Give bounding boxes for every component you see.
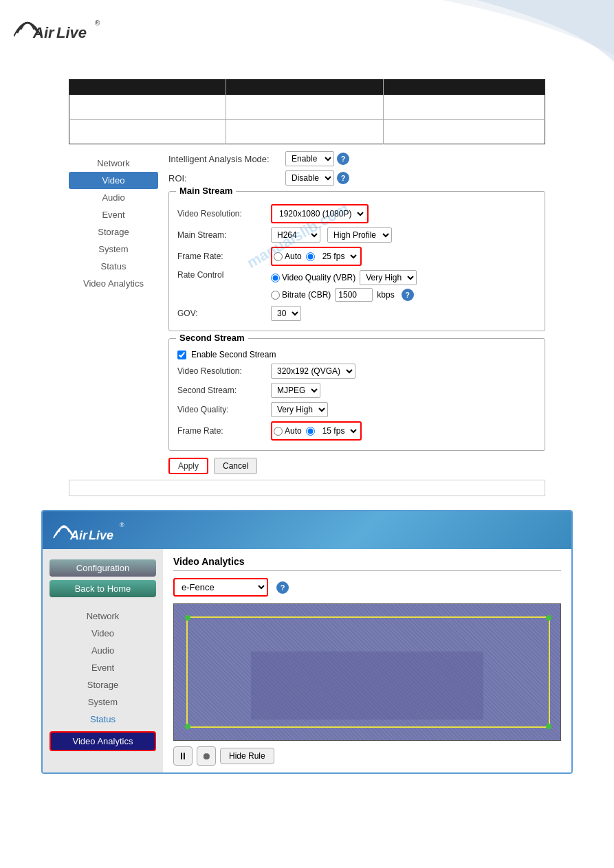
apply-button[interactable]: Apply (168, 458, 208, 474)
second-frame-rate-fps-radio[interactable] (306, 427, 315, 436)
configuration-button[interactable]: Configuration (50, 559, 156, 577)
sidebar-item-audio[interactable]: Audio (69, 189, 158, 206)
bottom-sidebar-audio[interactable]: Audio (43, 642, 163, 659)
bottom-sidebar-network[interactable]: Network (43, 608, 163, 625)
second-frame-rate-auto-label[interactable]: Auto (274, 426, 302, 436)
main-stream-profile-select[interactable]: High Profile Main Profile Baseline (327, 227, 392, 243)
fence-corner-tr (546, 615, 551, 621)
bottom-sidebar-status[interactable]: Status (43, 711, 163, 728)
main-stream-codec-select[interactable]: H264 H265 MJPEG (271, 227, 320, 243)
enable-second-stream-label[interactable]: Enable Second Stream (177, 350, 276, 359)
intelligent-analysis-row: Intelligent Analysis Mode: Enable Disabl… (168, 151, 545, 166)
sidebar-item-video-analytics[interactable]: Video Analytics (69, 275, 158, 292)
airlive-logo: Air Live ® (14, 10, 103, 48)
page-bar (69, 480, 545, 496)
fence-corner-br (546, 724, 551, 729)
video-resolution-label: Video Resolution: (177, 209, 267, 219)
nav-cell-1-2 (226, 95, 383, 120)
bitrate-help-icon[interactable]: ? (402, 289, 414, 301)
sidebar-item-event[interactable]: Event (69, 206, 158, 223)
bitrate-input[interactable] (335, 288, 373, 302)
second-frame-rate-fps-select[interactable]: 15 fps 10 fps 25 fps (317, 424, 359, 438)
fence-corner-bl (185, 724, 190, 729)
sidebar-item-status[interactable]: Status (69, 258, 158, 275)
frame-rate-row: Frame Rate: Auto 25 fps 15 fps 10 fps (177, 247, 536, 266)
second-stream-type-label: Second Stream: (177, 386, 267, 395)
intelligent-analysis-select[interactable]: Enable Disable (285, 151, 334, 166)
second-video-resolution-select[interactable]: 320x192 (QVGA) 640x480 (VGA) (271, 364, 355, 379)
video-resolution-wrapper: 1920x1080 (1080P) 1280x720 (720P) (271, 204, 369, 223)
header-swoosh (339, 0, 614, 76)
bottom-sidebar-video-analytics[interactable]: Video Analytics (50, 731, 156, 751)
va-help-icon[interactable]: ? (276, 581, 289, 594)
gov-label: GOV: (177, 309, 267, 318)
second-frame-rate-wrapper: Auto 15 fps 10 fps 25 fps (271, 421, 362, 441)
intelligent-analysis-label: Intelligent Analysis Mode: (168, 154, 285, 164)
second-frame-rate-auto-text: Auto (285, 426, 302, 436)
sidebar-item-storage[interactable]: Storage (69, 223, 158, 241)
sidebar-item-video[interactable]: Video (69, 172, 158, 189)
second-stream-legend: Second Stream (176, 333, 248, 343)
video-resolution-select[interactable]: 1920x1080 (1080P) 1280x720 (720P) (274, 207, 366, 221)
pause-button[interactable]: ⏸ (173, 746, 193, 766)
cbr-label[interactable]: Bitrate (CBR) (271, 290, 331, 300)
svg-text:Air: Air (69, 528, 88, 542)
vbr-text: Video Quality (VBR) (282, 273, 355, 282)
svg-text:®: ® (95, 19, 100, 27)
frame-rate-fps-select[interactable]: 25 fps 15 fps 10 fps (317, 249, 359, 263)
video-settings-panel: Intelligent Analysis Mode: Enable Disabl… (158, 151, 545, 474)
camera-controls: ⏸ ⏺ Hide Rule (173, 746, 561, 766)
camera-preview (173, 603, 561, 741)
record-button[interactable]: ⏺ (197, 746, 216, 766)
frame-rate-auto-label[interactable]: Auto (274, 252, 302, 261)
svg-text:Live: Live (56, 24, 87, 41)
sidebar-item-system[interactable]: System (69, 241, 158, 258)
bottom-sidebar: Configuration Back to Home Network Video… (43, 549, 163, 772)
vbr-quality-select[interactable]: Very High High Medium (360, 270, 417, 285)
gov-row: GOV: 30 60 15 (177, 306, 536, 321)
roi-help-icon[interactable]: ? (337, 172, 349, 184)
second-frame-rate-fps-label[interactable]: 15 fps 10 fps 25 fps (306, 424, 359, 438)
rate-control-options: Video Quality (VBR) Very High High Mediu… (271, 270, 417, 302)
roi-select[interactable]: Disable Enable (285, 170, 334, 186)
efence-select[interactable]: e-Fence Motion Detection Tamper Detectio… (173, 578, 268, 597)
vbr-radio[interactable] (271, 274, 280, 282)
bottom-sidebar-storage[interactable]: Storage (43, 676, 163, 693)
svg-text:®: ® (120, 522, 124, 528)
video-analytics-title: Video Analytics (173, 556, 561, 571)
frame-rate-wrapper: Auto 25 fps 15 fps 10 fps (271, 247, 362, 266)
second-stream-codec-select[interactable]: MJPEG H264 (271, 383, 320, 398)
frame-rate-fps-label[interactable]: 25 fps 15 fps 10 fps (306, 249, 359, 263)
back-to-home-button[interactable]: Back to Home (50, 580, 156, 597)
bottom-sidebar-system[interactable]: System (43, 693, 163, 711)
svg-text:Live: Live (89, 528, 113, 542)
vbr-label[interactable]: Video Quality (VBR) (271, 273, 355, 282)
cancel-button[interactable]: Cancel (214, 458, 257, 474)
bottom-sidebar-event[interactable]: Event (43, 659, 163, 676)
frame-rate-auto-radio[interactable] (274, 252, 283, 261)
bottom-sidebar-video[interactable]: Video (43, 625, 163, 642)
enable-second-stream-checkbox[interactable] (177, 350, 186, 359)
sidebar-item-network[interactable]: Network (69, 155, 158, 172)
intelligent-analysis-help-icon[interactable]: ? (337, 153, 349, 165)
nav-cell-1-1 (69, 95, 226, 120)
hide-rule-button[interactable]: Hide Rule (220, 748, 274, 764)
enable-second-stream-text: Enable Second Stream (191, 350, 276, 359)
main-stream-type-label: Main Stream: (177, 230, 267, 240)
airlive-logo-white: Air Live ® (53, 515, 135, 546)
nav-table-area (0, 79, 614, 144)
screenshot2-section: Air Live ® Configuration Back to Home Ne… (0, 510, 614, 774)
frame-rate-fps-radio[interactable] (306, 252, 315, 261)
bottom-layout: Configuration Back to Home Network Video… (43, 549, 571, 772)
video-analytics-panel: Video Analytics e-Fence Motion Detection… (163, 549, 571, 772)
nav-cell-2-2 (226, 120, 383, 144)
second-frame-rate-auto-radio[interactable] (274, 427, 283, 436)
cbr-radio[interactable] (271, 291, 280, 300)
nav-table (69, 79, 545, 144)
second-video-quality-select[interactable]: Very High High Medium (271, 402, 328, 417)
second-video-quality-label: Video Quality: (177, 405, 267, 414)
second-frame-rate-row: Frame Rate: Auto 15 fps 10 fps 25 fps (177, 421, 536, 441)
gov-select[interactable]: 30 60 15 (271, 306, 301, 321)
cbr-text: Bitrate (CBR) (282, 290, 331, 300)
nav-row-1 (69, 95, 545, 120)
